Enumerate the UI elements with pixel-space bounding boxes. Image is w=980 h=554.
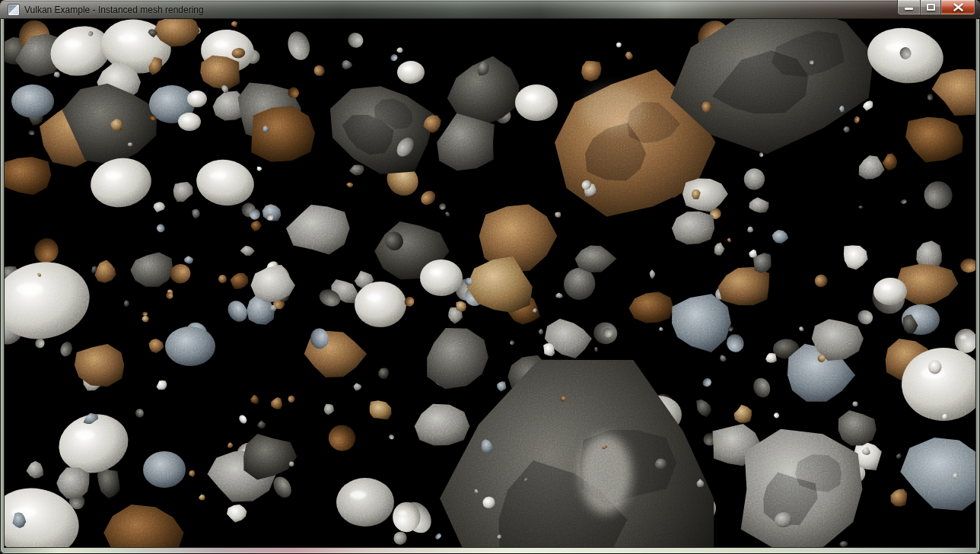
close-button[interactable] <box>941 0 975 15</box>
app-window: Vulkan Example - Instanced mesh renderin… <box>0 0 980 554</box>
rock-field-render <box>5 19 975 547</box>
render-viewport[interactable] <box>5 19 975 547</box>
minimize-icon <box>905 8 913 10</box>
minimize-button[interactable] <box>897 0 920 15</box>
app-icon[interactable] <box>8 4 20 16</box>
maximize-button[interactable] <box>920 0 941 15</box>
window-controls <box>897 0 975 15</box>
titlebar[interactable]: Vulkan Example - Instanced mesh renderin… <box>0 0 980 19</box>
window-title: Vulkan Example - Instanced mesh renderin… <box>24 0 204 19</box>
texture-grain-overlay <box>5 19 975 547</box>
close-icon <box>953 3 963 11</box>
maximize-icon <box>927 4 935 11</box>
